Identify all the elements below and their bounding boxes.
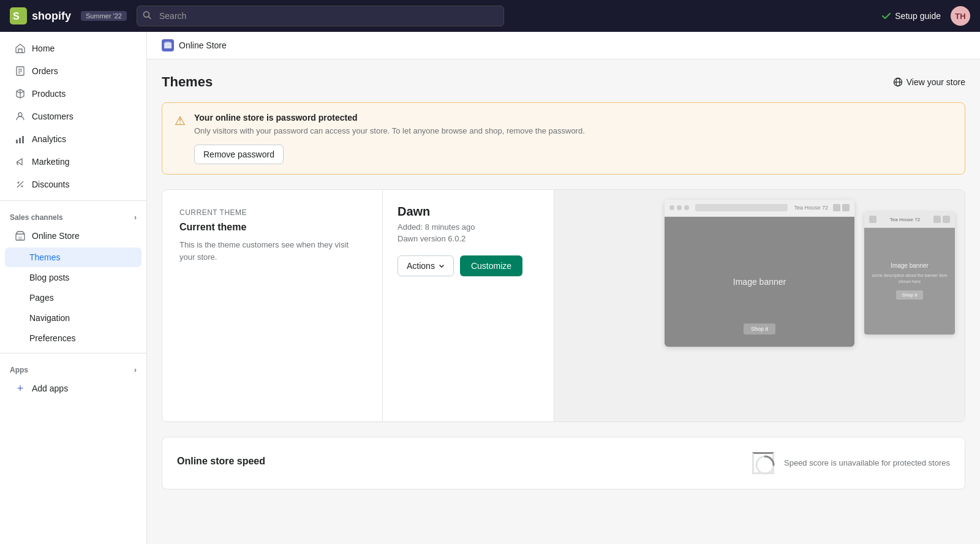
speed-description: Speed score is unavailable for protected… [784,458,950,467]
page-title: Themes [162,74,213,90]
alert-content: Your online store is password protected … [194,113,952,164]
search-input[interactable] [137,6,504,26]
store-icon [15,230,26,241]
sidebar-sub-label-blog-posts: Blog posts [29,273,69,282]
sidebar-item-add-apps[interactable]: + Add apps [5,377,141,399]
svg-point-12 [18,182,20,184]
marketing-icon [15,156,26,167]
sales-channels-label: Sales channels [10,213,63,222]
svg-rect-9 [16,140,18,143]
actions-label: Actions [407,261,435,271]
sidebar-item-customers[interactable]: Customers [5,105,141,127]
current-theme-desc: This is the theme customers see when the… [179,239,365,265]
theme-meta: Dawn Added: 8 minutes ago Dawn version 6… [383,190,554,421]
svg-rect-16 [18,236,22,240]
sidebar-item-discounts[interactable]: Discounts [5,173,141,195]
theme-version: Dawn version 6.0.2 [398,234,539,243]
analytics-icon [15,134,26,145]
sidebar-sub-label-preferences: Preferences [29,333,75,343]
search-container [137,6,504,26]
shopify-logo[interactable]: S shopify [10,7,71,25]
main-mockup: Tea House 72 Image banner [665,200,854,347]
avatar-initials: TH [955,12,965,21]
breadcrumb-bar: Online Store [147,32,980,59]
discounts-icon [15,179,26,190]
version-badge: Summer '22 [81,11,127,21]
view-store-link[interactable]: View your store [893,77,965,87]
logo-text: shopify [32,10,71,23]
theme-preview-area: Tea House 72 Image banner [554,190,965,421]
theme-name: Dawn [398,205,539,219]
svg-point-13 [21,186,23,187]
secondary-mockup: Tea House 72 Image banner some de [864,212,955,334]
customize-button[interactable]: Customize [460,255,522,276]
sidebar-divider-1 [0,200,146,201]
search-icon [143,11,151,21]
speed-info: Online store speed [177,456,740,470]
actions-button[interactable]: Actions [398,255,454,276]
topbar-right: Setup guide TH [881,6,970,26]
breadcrumb-text: Online Store [179,40,227,50]
sales-channels-section[interactable]: Sales channels › [0,206,146,224]
chevron-right-icon-apps: › [134,366,137,374]
apps-section[interactable]: Apps › [0,358,146,377]
speed-spinner [752,452,774,474]
sidebar-sub-item-blog-posts[interactable]: Blog posts [5,268,141,287]
sidebar-sub-item-preferences[interactable]: Preferences [5,328,141,348]
setup-guide-label: Setup guide [895,11,941,21]
svg-rect-17 [164,43,172,48]
sidebar-label-customers: Customers [32,111,74,121]
sidebar-label-marketing: Marketing [32,157,69,167]
theme-left-panel: Current theme Current theme This is the … [162,190,383,421]
sidebar-item-marketing[interactable]: Marketing [5,151,141,173]
alert-title: Your online store is password protected [194,113,952,123]
current-theme-heading: Current theme [179,222,365,233]
sidebar-label-home: Home [32,43,55,53]
browser-dot-2 [677,205,682,210]
home-icon [15,43,26,54]
remove-password-button[interactable]: Remove password [194,145,284,164]
chevron-down-icon [439,263,445,269]
sidebar-label-online-store: Online Store [32,231,80,241]
orders-icon [15,66,26,77]
svg-text:S: S [13,11,20,21]
avatar[interactable]: TH [951,6,970,26]
sidebar-sub-item-themes[interactable]: Themes [5,247,141,267]
sidebar-sub-item-pages[interactable]: Pages [5,288,141,308]
sidebar-label-discounts: Discounts [32,179,69,189]
sidebar-item-home[interactable]: Home [5,37,141,59]
svg-rect-11 [22,136,24,143]
content-area: Themes View your store ⚠ Your online sto… [147,59,980,504]
alert-description: Only visitors with your password can acc… [194,125,952,137]
customers-icon [15,111,26,122]
image-banner-secondary-text: Image banner [891,262,929,269]
current-theme-card: Current theme Current theme This is the … [162,189,965,422]
svg-line-3 [148,17,151,19]
speed-section: Online store speed Speed score is unavai… [162,437,965,489]
sidebar-label-orders: Orders [32,66,58,76]
theme-right-panel: Dawn Added: 8 minutes ago Dawn version 6… [383,190,965,421]
speed-right: Speed score is unavailable for protected… [752,452,950,474]
sidebar-label-add-apps: Add apps [32,383,68,393]
breadcrumb-icon [162,39,174,51]
main-content: Online Store Themes View your store ⚠ [147,32,980,544]
sidebar-sub-label-navigation: Navigation [29,313,70,323]
svg-point-8 [18,113,22,116]
sidebar-item-analytics[interactable]: Analytics [5,128,141,150]
sidebar-item-online-store[interactable]: Online Store [5,225,141,247]
sidebar-sub-label-themes: Themes [29,252,61,262]
current-theme-label: Current theme [179,208,247,217]
products-icon [15,88,26,99]
setup-guide-button[interactable]: Setup guide [881,11,941,21]
topbar: S shopify Summer '22 Setup guide TH [0,0,980,32]
sidebar-item-orders[interactable]: Orders [5,60,141,82]
browser-dot-1 [669,205,674,210]
image-banner-main-text: Image banner [733,277,786,287]
sidebar-sub-label-pages: Pages [29,293,54,303]
browser-dot-3 [684,205,689,210]
svg-rect-10 [19,138,21,143]
sidebar-item-products[interactable]: Products [5,83,141,105]
theme-action-buttons: Actions Customize [398,255,539,276]
sidebar-label-products: Products [32,89,66,99]
sidebar-sub-item-navigation[interactable]: Navigation [5,308,141,328]
